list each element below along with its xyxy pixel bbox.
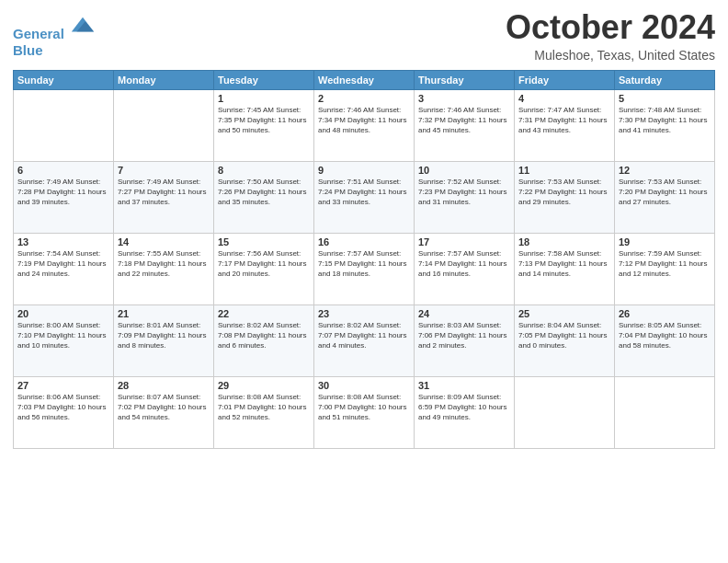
day-number: 14 <box>118 236 210 247</box>
weekday-header-sunday: Sunday <box>14 70 114 89</box>
day-info: Sunrise: 7:57 AM Sunset: 7:15 PM Dayligh… <box>318 248 410 280</box>
calendar-cell: 8Sunrise: 7:50 AM Sunset: 7:26 PM Daylig… <box>214 161 314 233</box>
calendar-week-5: 27Sunrise: 8:06 AM Sunset: 7:03 PM Dayli… <box>14 376 715 448</box>
day-number: 16 <box>318 236 410 247</box>
day-number: 18 <box>518 236 610 247</box>
day-number: 17 <box>418 236 510 247</box>
day-info: Sunrise: 7:55 AM Sunset: 7:18 PM Dayligh… <box>118 248 210 280</box>
day-info: Sunrise: 8:08 AM Sunset: 7:01 PM Dayligh… <box>218 392 310 423</box>
day-number: 11 <box>518 165 610 176</box>
logo-blue: Blue <box>13 42 96 59</box>
calendar-cell: 6Sunrise: 7:49 AM Sunset: 7:28 PM Daylig… <box>14 161 114 233</box>
calendar-cell: 23Sunrise: 8:02 AM Sunset: 7:07 PM Dayli… <box>314 304 415 376</box>
calendar-cell: 11Sunrise: 7:53 AM Sunset: 7:22 PM Dayli… <box>515 161 615 233</box>
logo: General Blue <box>13 13 96 59</box>
calendar-cell: 3Sunrise: 7:46 AM Sunset: 7:32 PM Daylig… <box>415 89 515 161</box>
logo-text: General <box>13 13 96 42</box>
day-info: Sunrise: 7:46 AM Sunset: 7:32 PM Dayligh… <box>418 105 510 136</box>
page: General Blue October 2024 Muleshoe, Texa… <box>0 0 728 563</box>
day-number: 21 <box>118 308 210 319</box>
weekday-header-thursday: Thursday <box>415 70 515 89</box>
calendar-header-row: SundayMondayTuesdayWednesdayThursdayFrid… <box>14 70 715 89</box>
day-info: Sunrise: 7:58 AM Sunset: 7:13 PM Dayligh… <box>518 248 610 280</box>
calendar-cell: 4Sunrise: 7:47 AM Sunset: 7:31 PM Daylig… <box>515 89 615 161</box>
day-info: Sunrise: 8:09 AM Sunset: 6:59 PM Dayligh… <box>418 392 510 423</box>
weekday-header-friday: Friday <box>515 70 615 89</box>
calendar-cell: 27Sunrise: 8:06 AM Sunset: 7:03 PM Dayli… <box>14 376 114 448</box>
day-number: 24 <box>418 308 510 319</box>
day-number: 31 <box>418 380 510 391</box>
weekday-header-monday: Monday <box>114 70 214 89</box>
day-number: 3 <box>418 93 510 104</box>
day-info: Sunrise: 7:51 AM Sunset: 7:24 PM Dayligh… <box>318 177 410 208</box>
day-info: Sunrise: 8:02 AM Sunset: 7:08 PM Dayligh… <box>218 320 310 351</box>
day-info: Sunrise: 7:53 AM Sunset: 7:20 PM Dayligh… <box>619 177 711 208</box>
day-number: 5 <box>619 93 711 104</box>
calendar-table: SundayMondayTuesdayWednesdayThursdayFrid… <box>13 70 715 449</box>
calendar-cell: 12Sunrise: 7:53 AM Sunset: 7:20 PM Dayli… <box>615 161 715 233</box>
day-info: Sunrise: 7:57 AM Sunset: 7:14 PM Dayligh… <box>418 248 510 280</box>
weekday-header-saturday: Saturday <box>615 70 715 89</box>
calendar-cell: 26Sunrise: 8:05 AM Sunset: 7:04 PM Dayli… <box>615 304 715 376</box>
logo-general: General <box>13 26 64 41</box>
calendar-cell: 17Sunrise: 7:57 AM Sunset: 7:14 PM Dayli… <box>415 233 515 304</box>
day-number: 20 <box>17 308 109 319</box>
day-info: Sunrise: 7:52 AM Sunset: 7:23 PM Dayligh… <box>418 177 510 208</box>
calendar-cell: 13Sunrise: 7:54 AM Sunset: 7:19 PM Dayli… <box>14 233 114 304</box>
calendar-cell <box>14 89 114 161</box>
day-number: 22 <box>218 308 310 319</box>
day-info: Sunrise: 7:53 AM Sunset: 7:22 PM Dayligh… <box>518 177 610 208</box>
calendar-cell: 2Sunrise: 7:46 AM Sunset: 7:34 PM Daylig… <box>314 89 415 161</box>
calendar-cell: 21Sunrise: 8:01 AM Sunset: 7:09 PM Dayli… <box>114 304 214 376</box>
calendar-cell: 16Sunrise: 7:57 AM Sunset: 7:15 PM Dayli… <box>314 233 415 304</box>
calendar-cell: 20Sunrise: 8:00 AM Sunset: 7:10 PM Dayli… <box>14 304 114 376</box>
weekday-header-tuesday: Tuesday <box>214 70 314 89</box>
calendar-cell: 15Sunrise: 7:56 AM Sunset: 7:17 PM Dayli… <box>214 233 314 304</box>
day-number: 10 <box>418 165 510 176</box>
calendar-week-1: 1Sunrise: 7:45 AM Sunset: 7:35 PM Daylig… <box>14 89 715 161</box>
calendar-week-3: 13Sunrise: 7:54 AM Sunset: 7:19 PM Dayli… <box>14 233 715 304</box>
calendar-cell: 1Sunrise: 7:45 AM Sunset: 7:35 PM Daylig… <box>214 89 314 161</box>
day-number: 6 <box>17 165 109 176</box>
day-info: Sunrise: 7:46 AM Sunset: 7:34 PM Dayligh… <box>318 105 410 136</box>
calendar-week-4: 20Sunrise: 8:00 AM Sunset: 7:10 PM Dayli… <box>14 304 715 376</box>
day-number: 29 <box>218 380 310 391</box>
day-info: Sunrise: 8:04 AM Sunset: 7:05 PM Dayligh… <box>518 320 610 351</box>
day-info: Sunrise: 8:00 AM Sunset: 7:10 PM Dayligh… <box>17 320 109 351</box>
day-info: Sunrise: 8:05 AM Sunset: 7:04 PM Dayligh… <box>619 320 711 351</box>
day-number: 15 <box>218 236 310 247</box>
day-number: 27 <box>17 380 109 391</box>
calendar-cell <box>515 376 615 448</box>
day-info: Sunrise: 8:07 AM Sunset: 7:02 PM Dayligh… <box>118 392 210 423</box>
day-number: 30 <box>318 380 410 391</box>
day-info: Sunrise: 7:59 AM Sunset: 7:12 PM Dayligh… <box>619 248 711 280</box>
day-number: 13 <box>17 236 109 247</box>
day-number: 1 <box>218 93 310 104</box>
calendar-cell: 31Sunrise: 8:09 AM Sunset: 6:59 PM Dayli… <box>415 376 515 448</box>
day-number: 26 <box>619 308 711 319</box>
day-number: 28 <box>118 380 210 391</box>
weekday-header-wednesday: Wednesday <box>314 70 415 89</box>
day-number: 12 <box>619 165 711 176</box>
day-info: Sunrise: 7:56 AM Sunset: 7:17 PM Dayligh… <box>218 248 310 280</box>
day-number: 9 <box>318 165 410 176</box>
day-info: Sunrise: 7:47 AM Sunset: 7:31 PM Dayligh… <box>518 105 610 136</box>
day-info: Sunrise: 7:45 AM Sunset: 7:35 PM Dayligh… <box>218 105 310 136</box>
calendar-cell <box>114 89 214 161</box>
subtitle: Muleshoe, Texas, United States <box>506 48 715 63</box>
calendar-cell: 7Sunrise: 7:49 AM Sunset: 7:27 PM Daylig… <box>114 161 214 233</box>
calendar-cell: 18Sunrise: 7:58 AM Sunset: 7:13 PM Dayli… <box>515 233 615 304</box>
calendar-cell: 5Sunrise: 7:48 AM Sunset: 7:30 PM Daylig… <box>615 89 715 161</box>
day-info: Sunrise: 7:49 AM Sunset: 7:27 PM Dayligh… <box>118 177 210 208</box>
day-info: Sunrise: 8:02 AM Sunset: 7:07 PM Dayligh… <box>318 320 410 351</box>
header: General Blue October 2024 Muleshoe, Texa… <box>13 9 715 63</box>
day-number: 4 <box>518 93 610 104</box>
calendar-cell: 25Sunrise: 8:04 AM Sunset: 7:05 PM Dayli… <box>515 304 615 376</box>
day-info: Sunrise: 7:50 AM Sunset: 7:26 PM Dayligh… <box>218 177 310 208</box>
day-number: 8 <box>218 165 310 176</box>
calendar-cell: 30Sunrise: 8:08 AM Sunset: 7:00 PM Dayli… <box>314 376 415 448</box>
calendar-cell: 22Sunrise: 8:02 AM Sunset: 7:08 PM Dayli… <box>214 304 314 376</box>
title-block: October 2024 Muleshoe, Texas, United Sta… <box>506 9 715 63</box>
calendar-cell: 14Sunrise: 7:55 AM Sunset: 7:18 PM Dayli… <box>114 233 214 304</box>
day-number: 2 <box>318 93 410 104</box>
